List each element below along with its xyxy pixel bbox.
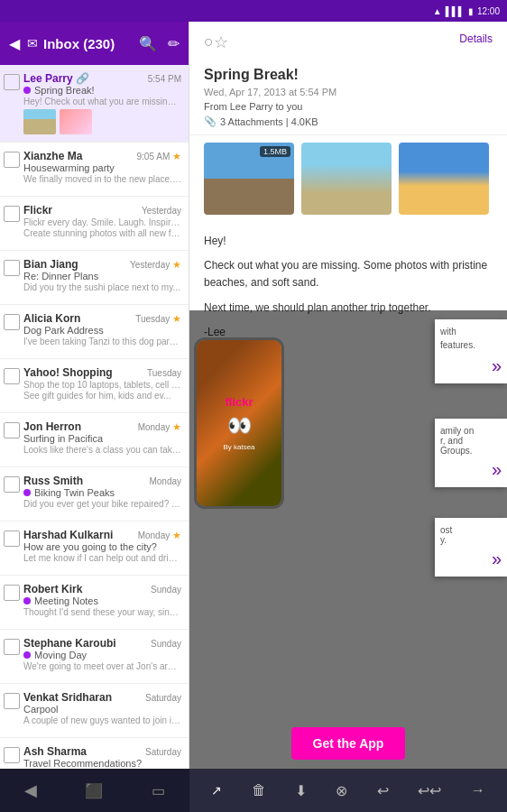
circle-select-button[interactable]: ○: [204, 32, 214, 52]
nav-recent-icon[interactable]: ▭: [152, 782, 165, 799]
email-subject: How are you going to the city?: [23, 541, 157, 552]
email-preview-2: See gift guides for him, kids and ev...: [23, 391, 181, 401]
email-list-panel: ◀ ✉ Inbox (230) 🔍 ✏ Lee Parry 🔗 5:54 PM …: [0, 22, 189, 769]
email-content: Bian Jiang Yesterday ★ Re: Dinner Plans …: [23, 258, 181, 292]
email-time: 9:05 AM ★: [137, 151, 181, 162]
email-sender: Xianzhe Ma: [23, 150, 82, 162]
email-checkbox[interactable]: [4, 693, 20, 709]
email-subject: Travel Recommendations?: [23, 758, 142, 769]
email-content: Stephane Karoubi Sunday Moving Day We're…: [23, 637, 181, 671]
nav-back-icon[interactable]: ◀: [24, 780, 37, 800]
email-sender: Robert Kirk: [23, 583, 82, 595]
battery-icon: ▮: [468, 6, 474, 16]
attachment-icon: 📎: [204, 115, 217, 127]
expand-icon[interactable]: ↗: [211, 783, 222, 798]
list-item[interactable]: Venkat Sridharan Saturday Carpool A coup…: [0, 684, 189, 738]
nav-home-icon[interactable]: ⬛: [85, 782, 103, 799]
list-item[interactable]: Bian Jiang Yesterday ★ Re: Dinner Plans …: [0, 251, 189, 305]
detail-subject: Spring Break!: [204, 67, 493, 83]
phone-screen: flickr 👀 By katsea: [197, 340, 281, 506]
email-checkbox[interactable]: [4, 422, 20, 438]
email-preview: Let me know if I can help out and drive.…: [23, 553, 181, 563]
get-app-button[interactable]: Get the App: [291, 727, 406, 760]
inbox-icon: ✉: [27, 36, 38, 51]
email-checkbox[interactable]: [4, 368, 20, 384]
body-paragraph1: Check out what you are missing. Some pho…: [204, 257, 493, 291]
delete-icon[interactable]: 🗑: [252, 782, 266, 798]
email-preview-2: Create stunning photos with all new filt…: [23, 228, 181, 238]
list-item[interactable]: Alicia Korn Tuesday ★ Dog Park Address I…: [0, 305, 189, 359]
email-checkbox[interactable]: [4, 74, 20, 90]
email-checkbox[interactable]: [4, 639, 20, 655]
email-dot: [23, 489, 31, 496]
most-text: ost: [440, 525, 502, 535]
star-button[interactable]: ☆: [214, 32, 228, 52]
email-checkbox[interactable]: [4, 314, 20, 330]
email-checkbox[interactable]: [4, 260, 20, 276]
feature-text-2: features.: [440, 340, 502, 350]
email-sender: Venkat Sridharan: [23, 691, 112, 704]
list-item[interactable]: Stephane Karoubi Sunday Moving Day We're…: [0, 630, 189, 684]
body-greeting: Hey!: [204, 233, 493, 250]
email-subject: Re: Dinner Plans: [23, 271, 98, 281]
email-subject: Dog Park Address: [23, 325, 104, 336]
email-checkbox[interactable]: [4, 206, 20, 222]
list-item[interactable]: Russ Smith Monday Biking Twin Peaks Did …: [0, 467, 189, 521]
chevron-right-icon-2[interactable]: »: [492, 459, 502, 479]
list-item[interactable]: Harshad Kulkarni Monday ★ How are you go…: [0, 521, 189, 576]
archive-icon[interactable]: ⬇: [295, 782, 307, 799]
inbox-title: Inbox (230): [43, 36, 139, 51]
attachment-preview[interactable]: [301, 143, 392, 215]
detail-from: From Lee Parry to you: [204, 101, 493, 112]
back-button[interactable]: ◀: [9, 35, 20, 52]
list-item[interactable]: Xianzhe Ma 9:05 AM ★ Housewarming party …: [0, 143, 189, 197]
email-checkbox[interactable]: [4, 585, 20, 601]
email-sender: Alicia Korn: [23, 312, 80, 325]
email-subject: Moving Day: [34, 650, 87, 660]
list-item[interactable]: Robert Kirk Sunday Meeting Notes Thought…: [0, 576, 189, 630]
list-item[interactable]: Jon Herron Monday ★ Surfing in Pacifica …: [0, 413, 189, 467]
list-item[interactable]: Flickr Yesterday Flickr every day. Smile…: [0, 197, 189, 251]
attachment-preview[interactable]: [399, 143, 489, 215]
email-sender: Flickr: [23, 204, 52, 217]
list-item[interactable]: Lee Parry 🔗 5:54 PM Spring Break! Hey! C…: [0, 65, 189, 143]
email-checkbox[interactable]: [4, 531, 20, 547]
list-header: ◀ ✉ Inbox (230) 🔍 ✏: [0, 22, 189, 65]
details-button[interactable]: Details: [459, 32, 493, 52]
forward-icon[interactable]: →: [471, 782, 485, 798]
list-item[interactable]: Yahoo! Shopping Tuesday Shop the top 10 …: [0, 359, 189, 413]
email-preview: Shop the top 10 laptops, tablets, cell p…: [23, 380, 181, 390]
email-content: Russ Smith Monday Biking Twin Peaks Did …: [23, 475, 181, 509]
main-layout: ◀ ✉ Inbox (230) 🔍 ✏ Lee Parry 🔗 5:54 PM …: [0, 22, 507, 769]
feature-panel: with features. »: [435, 319, 507, 383]
attachment-count: 3 Attachments | 4.0KB: [220, 116, 318, 127]
chevron-right-icon[interactable]: »: [492, 355, 502, 375]
groups-text-3: Groups.: [440, 446, 502, 456]
compose-button[interactable]: ✏: [168, 35, 180, 52]
email-time: Sunday: [151, 585, 181, 595]
search-button[interactable]: 🔍: [139, 35, 157, 52]
email-preview: Thought I'd send these your way, since..…: [23, 607, 181, 617]
email-checkbox[interactable]: [4, 747, 20, 763]
flag-icon[interactable]: ⊗: [336, 782, 347, 799]
reply-icon[interactable]: ↩: [377, 782, 389, 799]
reply-all-icon[interactable]: ↩↩: [418, 782, 441, 799]
attachment-preview[interactable]: 1.5MB: [204, 143, 294, 215]
bottom-area: ◀ ⬛ ▭ ↗ 🗑 ⬇ ⊗ ↩ ↩↩ →: [0, 769, 507, 812]
email-time: Sunday: [151, 639, 181, 649]
email-detail-panel: ○ ☆ Details Spring Break! Wed, Apr 17, 2…: [189, 22, 507, 769]
flickr-logo: flickr: [225, 395, 253, 409]
phone-mockup: flickr 👀 By katsea: [194, 337, 284, 509]
email-preview: I've been taking Tanzi to this dog park …: [23, 337, 181, 346]
chevron-right-icon-3[interactable]: »: [492, 549, 502, 568]
email-content: Lee Parry 🔗 5:54 PM Spring Break! Hey! C…: [23, 72, 181, 134]
email-checkbox[interactable]: [4, 152, 20, 168]
size-badge: 1.5MB: [260, 146, 290, 157]
email-preview: Hey! Check out what you are missing. S..…: [23, 97, 181, 106]
app-promo-bar: Get the App: [189, 727, 507, 760]
email-content: Jon Herron Monday ★ Surfing in Pacifica …: [23, 420, 181, 455]
list-item[interactable]: Ash Sharma Saturday Travel Recommendatio…: [0, 738, 189, 769]
email-time: Monday ★: [138, 530, 181, 541]
email-sender: Yahoo! Shopping: [23, 366, 113, 379]
email-checkbox[interactable]: [4, 476, 20, 493]
